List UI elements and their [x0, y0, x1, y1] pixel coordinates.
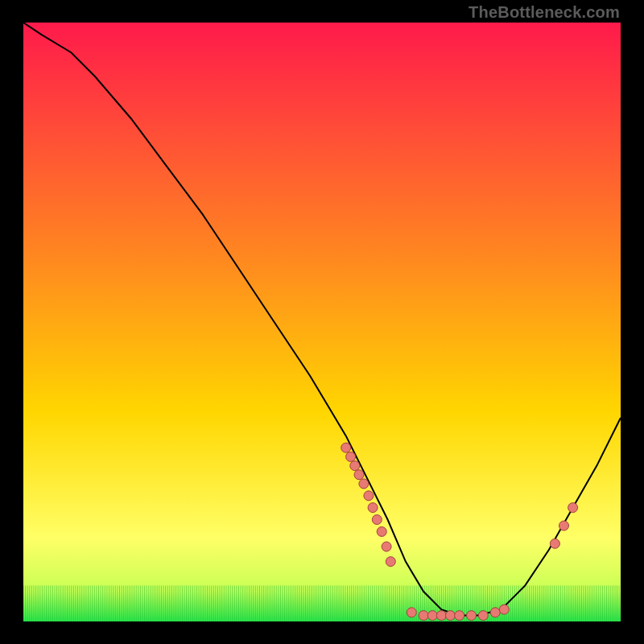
data-point	[346, 452, 356, 461]
data-point	[341, 443, 351, 452]
bottleneck-plot	[23, 23, 621, 621]
data-point	[499, 605, 509, 614]
data-point	[455, 611, 464, 621]
data-point	[386, 557, 395, 567]
data-point	[359, 479, 369, 489]
data-point	[559, 521, 569, 530]
data-point	[407, 608, 416, 617]
data-point	[550, 539, 559, 548]
data-point	[478, 611, 488, 621]
data-point	[446, 611, 456, 621]
data-point	[350, 461, 360, 471]
data-point	[568, 503, 578, 513]
data-point	[436, 611, 446, 621]
data-point	[364, 491, 374, 501]
data-point	[427, 611, 437, 621]
chart-frame	[23, 23, 621, 621]
data-point	[467, 611, 477, 621]
data-point	[382, 542, 391, 551]
data-point	[419, 611, 428, 621]
data-point	[490, 608, 500, 617]
data-point	[372, 515, 382, 525]
gradient-background	[23, 23, 621, 621]
watermark-text: TheBottleneck.com	[469, 3, 620, 22]
data-point	[354, 470, 364, 480]
data-point	[368, 503, 378, 513]
data-point	[377, 526, 386, 536]
